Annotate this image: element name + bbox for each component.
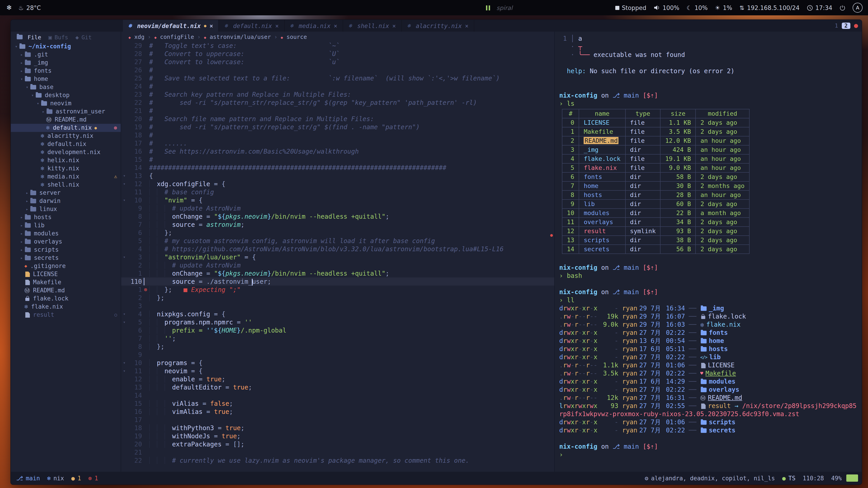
breadcrumb-item[interactable]: ◆ astronvim/lua/user	[204, 33, 271, 40]
tree-item-LICENSE[interactable]: LICENSE	[11, 270, 121, 278]
editor-tab-shell.nix[interactable]: ❄shell.nix×	[343, 20, 402, 32]
window-number-1[interactable]: 1	[835, 23, 838, 29]
tree-item-darwin[interactable]: ▸darwin	[11, 197, 121, 205]
editor-pane[interactable]: ◆ xdg›◆ configFile›◆ astronvim/lua/user›…	[121, 32, 554, 472]
stop-icon	[615, 6, 619, 10]
tree-item-Makefile[interactable]: Makefile	[11, 278, 121, 287]
temperature-label: 28°C	[26, 4, 41, 11]
tree-item-astronvim_user[interactable]: ▸astronvim_user	[11, 107, 121, 116]
ll-row: .rw-r--r--19kryan29 7月16:07──flake.lock	[559, 312, 862, 320]
tree-item-overlays[interactable]: ▸overlays	[11, 238, 121, 246]
code-line: 27 # Convert to lowercase: `u`	[121, 58, 554, 66]
explorer-tab-bufs[interactable]: ▣Bufs	[49, 34, 68, 40]
player-status-widget[interactable]: Stopped	[615, 4, 646, 11]
tree-item-kitty.nix[interactable]: ❄kitty.nix	[11, 164, 121, 173]
code-line: 15 viAlias = false;	[121, 399, 554, 408]
nightlight-widget[interactable]: ☾ 10%	[687, 4, 708, 11]
tree-item-neovim[interactable]: ▾neovim	[11, 99, 121, 107]
tree-item-shell.nix[interactable]: ❄shell.nix	[11, 181, 121, 189]
nix-file-icon: ❄	[290, 23, 293, 29]
ll-row: drwxr-xr-x-ryan13 6月00:54──home	[559, 337, 862, 345]
power-button[interactable]	[839, 5, 845, 11]
file-icon	[701, 403, 706, 409]
statusline-segment: ⎇main	[16, 475, 40, 482]
statusline-right: ⚙alejandra, deadnix, copilot, nil_ls●TS1…	[645, 475, 842, 482]
code-line: 9 # update AstroNvim	[121, 204, 554, 213]
git-icon: ◆	[24, 262, 27, 270]
statusline-segment: ●TS	[782, 475, 796, 482]
ls-table-row: 4flake.lockfile19.1 KBan hour ago	[562, 154, 749, 163]
close-icon[interactable]: ×	[210, 22, 213, 29]
tree-item-base[interactable]: ▾base	[11, 83, 121, 91]
ls-table-row: 8hostsdir28 Ban hour ago	[562, 191, 749, 199]
explorer-tab-git[interactable]: ◆Git	[75, 34, 92, 40]
tree-item-hosts[interactable]: ▸hosts	[11, 213, 121, 221]
code-area[interactable]: 29 # Toggle text's case: `~` 28 # Conver…	[121, 41, 554, 464]
tree-item-.gitignore[interactable]: ◆.gitignore	[11, 262, 121, 270]
breadcrumb-item[interactable]: ◆ xdg	[128, 33, 145, 40]
window-numbers[interactable]: 12	[835, 23, 850, 29]
editor-tab-media.nix[interactable]: ❄media.nix×	[285, 20, 343, 32]
tree-item-default.nix[interactable]: ❄default.nix●⊗	[11, 124, 121, 132]
tree-item-result[interactable]: result○	[11, 311, 121, 319]
tree-item-flake.lock[interactable]: flake.lock	[11, 295, 121, 303]
editor-tabline: ❄neovim/default.nix●×❄default.nix×❄media…	[11, 20, 862, 32]
tree-item-media.nix[interactable]: ❄media.nix⚠	[11, 173, 121, 181]
editor-tab-neovim/default.nix[interactable]: ❄neovim/default.nix●×	[123, 20, 219, 32]
tree-item-_img[interactable]: ▸_img	[11, 59, 121, 67]
tree-item-README.md[interactable]: ⓂREADME.md	[11, 287, 121, 295]
folder-open-icon	[17, 35, 23, 39]
breadcrumb-item[interactable]: ◆ configFile	[154, 33, 194, 40]
ll-row: drwxr-xr-x-ryan27 7月02:22──</>lib	[559, 353, 862, 361]
lock-icon	[25, 298, 29, 301]
editor-tab-alacritty.nix[interactable]: ❄alacritty.nix×	[402, 20, 474, 32]
ls-table-row: 0LICENSEfile1.1 KB2 days ago	[562, 118, 749, 127]
breadcrumb-item[interactable]: ◆ source	[281, 33, 307, 40]
tree-item-fonts[interactable]: ▸fonts	[11, 67, 121, 75]
folder-icon	[701, 428, 707, 433]
window-number-2[interactable]: 2	[842, 23, 850, 29]
tree-item-desktop[interactable]: ▾desktop	[11, 91, 121, 99]
neovim-window: ❄neovim/default.nix●×❄default.nix×❄media…	[11, 20, 862, 484]
network-widget[interactable]: ⇅ 192.168.5.100/24	[739, 4, 800, 11]
volume-widget[interactable]: 100%	[653, 4, 679, 11]
tree-item-helix.nix[interactable]: ❄helix.nix	[11, 156, 121, 164]
fold-icon: ▾	[121, 196, 127, 204]
user-avatar[interactable]: A	[852, 3, 863, 13]
tree-item-secrets[interactable]: ▸secrets	[11, 254, 121, 262]
code-line: 12 enable = true;	[121, 375, 554, 383]
tree-item-modules[interactable]: ▸modules	[11, 230, 121, 238]
time-label: 17:34	[815, 4, 832, 11]
tree-item-home[interactable]: ▾home	[11, 75, 121, 83]
close-icon[interactable]: ×	[275, 22, 279, 29]
pause-icon[interactable]	[486, 5, 490, 10]
code-line: 21 #	[121, 107, 554, 115]
tree-item-linux[interactable]: ▸linux	[11, 205, 121, 213]
tree-item-scripts[interactable]: ▸scripts	[11, 246, 121, 254]
close-icon[interactable]: ×	[334, 22, 337, 29]
close-icon[interactable]: ×	[465, 22, 469, 29]
tree-item-flake.nix[interactable]: ❄flake.nix	[11, 303, 121, 311]
symbol-icon: ◆	[204, 35, 206, 39]
brightness-widget[interactable]: ☀ 1%	[715, 4, 733, 11]
ll-row: .rw-r--r--9.0kryan29 7月16:03──❄flake.nix	[559, 320, 862, 328]
code-line: 29 # Toggle text's case: `~`	[121, 41, 554, 50]
close-icon[interactable]: ×	[392, 22, 396, 29]
tree-item-lib[interactable]: ▸lib	[11, 221, 121, 230]
tree-item-.git[interactable]: ▸.git	[11, 51, 121, 59]
nix-icon: ❄	[41, 181, 44, 189]
tree-item-~/nix-config[interactable]: ▾~/nix-config	[11, 42, 121, 51]
statusline: ⎇main❄nix●1⊗1 ⚙alejandra, deadnix, copil…	[11, 472, 862, 484]
editor-tab-default.nix[interactable]: ❄default.nix×	[219, 20, 285, 32]
terminal-pane[interactable]: 1 │ a · ┬ · ╰── executable was not found…	[554, 32, 862, 472]
explorer-tab-file[interactable]: File	[16, 34, 41, 40]
tree-item-default.nix[interactable]: ❄default.nix	[11, 140, 121, 148]
tree-item-server[interactable]: ▸server	[11, 189, 121, 197]
tree-item-alacritty.nix[interactable]: ❄alacritty.nix	[11, 132, 121, 140]
tree-item-development.nix[interactable]: ❄development.nix	[11, 148, 121, 156]
terminal-line: help: No such file or directory (os erro…	[559, 67, 862, 75]
license-icon	[25, 271, 30, 277]
tree-item-README.md[interactable]: ⓂREADME.md	[11, 116, 121, 124]
folder-icon	[25, 248, 31, 252]
folder-icon	[25, 231, 31, 236]
